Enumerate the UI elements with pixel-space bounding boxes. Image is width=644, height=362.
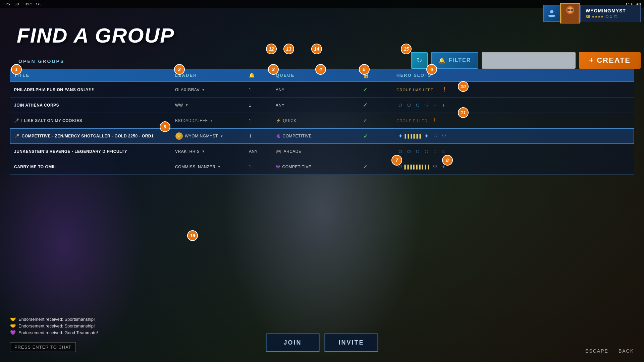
check-icon: ✓: [363, 102, 368, 108]
table-row[interactable]: JUNKENSTEIN'S REVENGE - LEGENDARY DIFFIC…: [10, 144, 634, 159]
chat-message: 🤝 Endorsement received: Sportsmanship!: [10, 323, 98, 328]
status-text: GROUP HAS LEFT →: [396, 88, 439, 92]
row-title: JOIN ATHENA CORPS: [10, 103, 171, 108]
slot-shield: 🛡: [432, 132, 439, 140]
leader-name: VRAKTHRIS: [175, 149, 200, 154]
avatar: [560, 3, 580, 23]
slot-empty: □: [440, 148, 447, 155]
endorsement-icon-purple: 💜: [10, 330, 16, 335]
row-privacy: ✓: [359, 117, 392, 124]
leader-name: BIGDADDYJEFF: [175, 118, 208, 123]
slot-shield: 🛡: [431, 163, 439, 171]
row-privacy: ✓: [359, 133, 393, 139]
row-title: 🎤 I LIKE SALT ON MY COOKIES: [10, 118, 171, 123]
row-queue-num: 1: [245, 134, 272, 138]
annotation-6: 6: [426, 64, 437, 75]
invite-button[interactable]: INVITE: [325, 334, 378, 352]
page-title: FIND A GROUP: [17, 23, 175, 47]
main-content: FPS: 59 TMP: 77C 1:01 AM: [0, 0, 644, 362]
annotation-16: 16: [187, 230, 198, 241]
row-privacy: ✓: [359, 86, 392, 93]
bottom-buttons: JOIN INVITE: [266, 334, 378, 352]
dropdown-icon: ▼: [185, 103, 189, 107]
slot-shield: 🛡: [423, 102, 430, 109]
press-enter-hint[interactable]: PRESS ENTER TO CHAT: [10, 342, 76, 352]
leader-name: COMMISS_NANZER: [175, 165, 215, 169]
table-row[interactable]: 🎤 COMPETITIVE - ZEN/MERCY SHOTCALLER - G…: [10, 128, 634, 144]
row-queue-mode: 🎮 ARCADE: [272, 149, 359, 154]
back-button[interactable]: BACK: [615, 347, 637, 355]
table-row[interactable]: PHILADELPHIA FUSION FANS ONLY!!!! GLAXIG…: [10, 82, 634, 98]
user-profile: WYOMINGMYST 86 ★★★★ ⬡ 1 🛡: [543, 3, 641, 23]
row-queue-mode: ❋ COMPETITIVE: [272, 164, 359, 170]
create-button[interactable]: + CREATE: [579, 52, 641, 69]
slot-tank: ⬡: [396, 102, 404, 109]
row-title: PHILADELPHIA FUSION FANS ONLY!!!!: [10, 87, 171, 92]
row-queue-mode: ANY: [272, 103, 359, 108]
slot-dps: ▌▌▌: [406, 132, 413, 140]
slot-cross: ✚: [397, 132, 404, 140]
row-slots: GROUP HAS LEFT → !: [392, 86, 634, 93]
endorsement-icon-green: 🤝: [10, 323, 16, 328]
leader-name: WYOMINGMYST: [185, 134, 218, 138]
slot-tank: ⬡: [396, 148, 404, 155]
level-number: 86: [586, 14, 590, 19]
social-icon-button[interactable]: [543, 5, 560, 22]
annotation-15: 15: [401, 44, 412, 54]
annotation-7: 7: [391, 155, 402, 166]
search-input[interactable]: [482, 52, 576, 69]
th-mode: QUEUE: [272, 73, 359, 78]
chat-text: Endorsement received: Good Teammate!: [18, 330, 98, 335]
annotation-1: 1: [11, 64, 22, 75]
endorsement-icon-green: 🤝: [10, 316, 16, 322]
annotation-14: 14: [311, 44, 322, 54]
annotation-13: 13: [283, 44, 294, 54]
slot-tank: ⬡: [414, 148, 421, 155]
row-title: 🎤 COMPETITIVE - ZEN/MERCY SHOTCALLER - G…: [10, 134, 171, 138]
row-leader: W WYOMINGMYST ▼: [171, 132, 245, 140]
dropdown-icon: ▼: [202, 149, 205, 153]
profile-level: 86 ★★★★ ⬡ 1 🛡: [586, 14, 635, 19]
status-text-filled: GROUP FILLED!: [396, 119, 429, 123]
annotation-10: 10: [458, 81, 469, 92]
leader-avatar: W: [175, 132, 183, 140]
refresh-button[interactable]: ↻: [411, 52, 428, 69]
escape-button[interactable]: ESCAPE: [582, 347, 612, 355]
dropdown-icon: ▼: [220, 134, 223, 138]
quick-icon: ⚡: [276, 118, 281, 123]
slot-tank: ⬡: [414, 102, 421, 109]
mic-icon: 🎤: [14, 118, 19, 123]
annotation-12: 12: [266, 44, 277, 54]
slot-tank: ⬡: [423, 148, 430, 155]
slot-tank: ⬡: [405, 148, 413, 155]
row-leader: WW ▼: [171, 103, 245, 108]
row-queue-num: 1: [245, 165, 272, 169]
competitive-icon: ❋: [276, 164, 280, 170]
row-queue-num: 1: [245, 118, 272, 123]
table-row[interactable]: 🎤 I LIKE SALT ON MY COOKIES BIGDADDYJEFF…: [10, 113, 634, 128]
row-leader: COMMISS_NANZER ▼: [171, 165, 245, 169]
leader-name: GLAXIGRAV: [175, 87, 200, 92]
annotation-3: 3: [268, 64, 279, 75]
dropdown-icon: ▼: [210, 119, 213, 122]
row-queue-mode: ❋ COMPETITIVE: [272, 133, 359, 139]
stars: ★★★★: [592, 15, 604, 18]
check-icon: ✓: [363, 133, 368, 139]
row-leader: VRAKTHRIS ▼: [171, 149, 245, 154]
badge-icon: 🛡: [614, 15, 618, 19]
table-row[interactable]: CARRY ME TO GMIII COMMISS_NANZER ▼ 1 ❋ C…: [10, 159, 634, 175]
annotation-8: 8: [442, 155, 453, 166]
row-slots: 🛡 ▌▌▌ ▌▌▌ ▌▌▌ 🛡 +: [392, 163, 634, 171]
notification-badge: !: [434, 117, 436, 124]
competitive-icon: ❋: [276, 133, 281, 139]
rank-badge: ⬡ 1: [605, 14, 612, 19]
tmp-display: TMP: 77C: [24, 2, 42, 6]
table-row[interactable]: JOIN ATHENA CORPS WW ▼ 1 ANY ✓ ⬡ ⬡ ⬡ 🛡 +…: [10, 98, 634, 113]
slot-dps: ▌▌▌: [423, 163, 430, 171]
filter-button[interactable]: 🔔 FILTER: [431, 52, 478, 69]
filter-bell-icon: 🔔: [438, 57, 446, 64]
join-button[interactable]: JOIN: [266, 334, 320, 352]
top-controls: ↻ 🔔 FILTER + CREATE: [411, 52, 641, 69]
fps-display: FPS: 59: [3, 2, 19, 6]
svg-rect-6: [565, 15, 575, 23]
